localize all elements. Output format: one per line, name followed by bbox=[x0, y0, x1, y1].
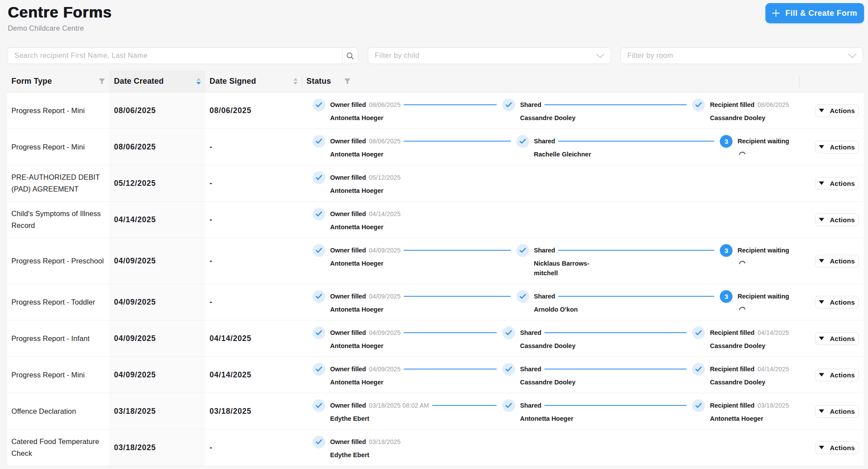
status-step-label: Owner filled bbox=[330, 293, 366, 300]
status-step-line: Shared bbox=[502, 399, 692, 412]
filter-funnel-icon[interactable] bbox=[99, 78, 105, 84]
step-connector-line bbox=[404, 250, 511, 251]
status-step: Owner filled04/09/2025Antonetta Hoeger bbox=[313, 363, 502, 387]
fill-create-form-label: Fill & Create Form bbox=[785, 9, 857, 18]
table-row: Child's Symptoms of Illness Record04/14/… bbox=[7, 202, 864, 238]
actions-button[interactable]: Actions bbox=[815, 141, 859, 153]
table-row: Progress Report - Mini08/06/202508/06/20… bbox=[7, 92, 864, 129]
search-button[interactable] bbox=[342, 48, 358, 64]
date-created-cell: 04/09/2025 bbox=[110, 320, 205, 356]
status-steps: Owner filled04/09/2025Antonetta HoegerSh… bbox=[313, 290, 789, 314]
status-step-label: Shared bbox=[520, 402, 541, 409]
status-step-name: Arnoldo O'kon bbox=[534, 305, 595, 314]
actions-cell: Actions bbox=[800, 202, 864, 238]
page-title: Centre Forms bbox=[8, 4, 112, 21]
actions-button[interactable]: Actions bbox=[815, 332, 859, 345]
status-step: SharedCassandre Dooley bbox=[502, 327, 692, 351]
status-step-label: Shared bbox=[520, 366, 541, 373]
actions-button[interactable]: Actions bbox=[815, 441, 859, 454]
filter-by-room-select[interactable]: Filter by room bbox=[620, 47, 863, 64]
column-header-date-created[interactable]: Date Created bbox=[110, 71, 205, 92]
status-step-name: Cassandre Dooley bbox=[520, 113, 581, 123]
table-row: Progress Report - Toddler04/09/2025-Owne… bbox=[7, 284, 864, 320]
search-input[interactable] bbox=[7, 48, 342, 64]
check-circle-icon bbox=[502, 399, 515, 412]
date-signed-value: - bbox=[210, 298, 213, 307]
column-header-status[interactable]: Status bbox=[302, 71, 800, 92]
actions-button[interactable]: Actions bbox=[815, 177, 859, 190]
caret-down-icon bbox=[819, 259, 824, 263]
status-steps: Owner filled03/18/2025Edythe Ebert bbox=[313, 436, 789, 460]
form-type-value: Progress Report - Mini bbox=[11, 105, 85, 117]
waiting-count-badge: 3 bbox=[720, 135, 733, 148]
chevron-down-icon bbox=[848, 53, 857, 58]
status-step-name: Antonetta Hoeger bbox=[710, 414, 771, 423]
caret-down-icon bbox=[819, 181, 824, 185]
column-header-form-type-label: Form Type bbox=[11, 77, 52, 86]
table-row: Progress Report - Mini08/06/2025-Owner f… bbox=[7, 129, 864, 165]
caret-down-icon bbox=[293, 82, 298, 85]
status-step-name: Cassandre Dooley bbox=[710, 113, 771, 123]
status-step-date: 08/06/2025 bbox=[758, 101, 789, 108]
status-step-date: 04/09/2025 bbox=[369, 247, 401, 254]
status-step-name: Antonetta Hoeger bbox=[330, 341, 391, 351]
status-cell: Owner filled04/09/2025Antonetta HoegerSh… bbox=[302, 284, 800, 320]
check-circle-icon bbox=[516, 290, 529, 303]
check-circle-icon bbox=[313, 436, 325, 448]
step-connector-line bbox=[558, 250, 714, 251]
actions-button[interactable]: Actions bbox=[815, 104, 859, 117]
check-circle-icon bbox=[313, 244, 325, 257]
status-step-name: Cassandre Dooley bbox=[520, 377, 581, 387]
step-connector-line bbox=[432, 405, 497, 406]
forms-table: Form Type Date Created Date Signed Statu… bbox=[7, 71, 864, 466]
form-type-value: Progress Report - Preschool bbox=[11, 255, 104, 267]
column-header-form-type[interactable]: Form Type bbox=[7, 71, 110, 92]
status-step-name: Antonetta Hoeger bbox=[330, 113, 391, 123]
status-step-label: Owner filled bbox=[330, 402, 366, 409]
fill-create-form-button[interactable]: Fill & Create Form bbox=[765, 3, 864, 23]
date-created-value: 08/06/2025 bbox=[114, 142, 156, 152]
filter-by-child-select[interactable]: Filter by child bbox=[368, 47, 611, 64]
status-step-label: Recipient filled bbox=[710, 101, 754, 108]
status-step-name: Cassandre Dooley bbox=[710, 377, 771, 387]
actions-button-label: Actions bbox=[830, 216, 855, 224]
filter-row: Filter by child Filter by room bbox=[0, 47, 868, 64]
column-header-date-signed[interactable]: Date Signed bbox=[205, 71, 302, 92]
waiting-count-badge: 3 bbox=[720, 244, 733, 257]
status-step: Owner filled08/06/2025Antonetta Hoeger bbox=[313, 99, 502, 123]
check-circle-icon bbox=[502, 327, 515, 339]
check-circle-icon bbox=[313, 290, 325, 303]
date-signed-cell: 08/06/2025 bbox=[205, 92, 302, 128]
waiting-count-badge: 3 bbox=[720, 290, 733, 303]
actions-button[interactable]: Actions bbox=[815, 296, 859, 309]
step-connector-line bbox=[544, 369, 687, 370]
status-step-line: Shared bbox=[502, 99, 692, 111]
status-step: SharedCassandre Dooley bbox=[502, 363, 692, 387]
filter-funnel-icon[interactable] bbox=[344, 78, 351, 84]
status-step: SharedCassandre Dooley bbox=[502, 99, 692, 123]
status-steps: Owner filled08/06/2025Antonetta HoegerSh… bbox=[313, 135, 789, 159]
column-header-actions bbox=[800, 71, 864, 92]
form-type-value: PRE-AUTHORIZED DEBIT (PAD) AGREEMENT bbox=[11, 171, 105, 195]
check-circle-icon bbox=[313, 327, 325, 339]
step-connector-line bbox=[404, 369, 497, 370]
status-step-label: Recipient waiting bbox=[737, 138, 789, 145]
caret-down-icon bbox=[196, 82, 201, 85]
date-signed-value: 04/14/2025 bbox=[210, 334, 252, 343]
status-step: Recipient filled04/14/2025Cassandre Dool… bbox=[692, 327, 789, 351]
status-step-label: Recipient waiting bbox=[737, 247, 789, 254]
actions-button[interactable]: Actions bbox=[815, 405, 859, 418]
actions-button[interactable]: Actions bbox=[815, 369, 859, 381]
check-circle-icon bbox=[313, 208, 325, 220]
actions-button[interactable]: Actions bbox=[815, 213, 859, 226]
sort-icon-date-created[interactable] bbox=[196, 78, 201, 85]
status-steps: Owner filled05/12/2025Antonetta Hoeger bbox=[313, 171, 789, 195]
sort-icon-date-signed[interactable] bbox=[293, 78, 298, 85]
status-step-name: Antonetta Hoeger bbox=[520, 414, 581, 423]
status-step-date: 04/09/2025 bbox=[369, 329, 401, 336]
status-step-line: Owner filled03/18/2025 08:02 AM bbox=[313, 399, 502, 412]
date-created-value: 04/09/2025 bbox=[114, 334, 156, 343]
filter-by-room-placeholder: Filter by room bbox=[627, 52, 673, 60]
step-connector-line bbox=[404, 104, 497, 105]
actions-button[interactable]: Actions bbox=[815, 255, 859, 267]
